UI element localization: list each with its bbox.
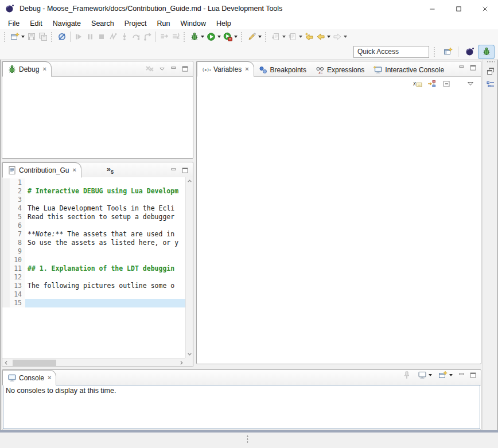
menu-edit[interactable]: Edit bbox=[25, 18, 48, 29]
step-over-button[interactable] bbox=[130, 30, 142, 44]
toolbar-grip[interactable] bbox=[265, 32, 268, 42]
forward-button[interactable] bbox=[332, 30, 348, 44]
terminate-button[interactable] bbox=[96, 30, 107, 44]
close-icon[interactable]: × bbox=[48, 375, 51, 381]
save-button[interactable] bbox=[26, 30, 37, 44]
show-logical-structure-button[interactable] bbox=[427, 79, 437, 88]
save-all-button[interactable] bbox=[37, 30, 49, 44]
quick-access-input[interactable] bbox=[353, 46, 429, 58]
editor-line-15[interactable]: 15 bbox=[2, 299, 185, 307]
tab-debug[interactable]: Debug × bbox=[2, 61, 52, 77]
code-area[interactable]: 12# Interactive DEBUG using Lua Developm… bbox=[2, 177, 185, 358]
skip-all-breakpoints-button[interactable] bbox=[56, 30, 68, 44]
pin-console-button[interactable] bbox=[401, 368, 413, 382]
tab-console[interactable]: Console × bbox=[2, 370, 56, 385]
code-text[interactable] bbox=[25, 256, 185, 264]
close-icon[interactable]: × bbox=[245, 66, 248, 72]
maximize-view-button[interactable] bbox=[469, 372, 477, 379]
remove-terminated-button[interactable] bbox=[145, 64, 154, 73]
close-icon[interactable]: × bbox=[72, 167, 76, 173]
tab-expressions[interactable]: x=Expressions bbox=[311, 63, 369, 77]
code-text[interactable] bbox=[25, 247, 185, 256]
close-icon[interactable]: × bbox=[42, 66, 46, 72]
toolbar-grip[interactable] bbox=[51, 32, 54, 42]
close-button[interactable] bbox=[472, 0, 498, 17]
view-menu-button[interactable] bbox=[466, 79, 475, 88]
code-text[interactable]: The Lua Development Tools in the Ecli bbox=[25, 204, 185, 213]
menu-help[interactable]: Help bbox=[211, 18, 236, 29]
menu-navigate[interactable]: Navigate bbox=[48, 18, 86, 29]
step-into-button[interactable] bbox=[119, 30, 130, 44]
menu-search[interactable]: Search bbox=[86, 18, 119, 29]
horizontal-scrollbar[interactable] bbox=[2, 358, 185, 367]
minimize-view-button[interactable] bbox=[170, 65, 177, 73]
show-type-names-button[interactable]: x bbox=[413, 79, 422, 88]
maximize-view-button[interactable] bbox=[469, 64, 477, 72]
tab-interactive-console[interactable]: Interactive Console bbox=[369, 63, 449, 77]
scroll-up-icon[interactable] bbox=[186, 177, 193, 185]
menu-project[interactable]: Project bbox=[119, 18, 152, 29]
drop-to-frame-button[interactable] bbox=[170, 30, 181, 44]
menu-file[interactable]: File bbox=[3, 18, 25, 29]
maximize-view-button[interactable] bbox=[181, 65, 189, 73]
suspend-button[interactable] bbox=[84, 30, 96, 44]
code-text[interactable] bbox=[25, 273, 185, 282]
editor-line-7[interactable]: 7**Note:** The assets that are used in bbox=[2, 230, 185, 239]
editor-line-3[interactable]: 3 bbox=[2, 196, 185, 204]
next-annotation-button[interactable] bbox=[270, 30, 287, 44]
status-grip[interactable] bbox=[247, 435, 248, 443]
minimize-view-button[interactable] bbox=[170, 167, 177, 174]
coverage-button[interactable] bbox=[222, 30, 239, 44]
menu-window[interactable]: Window bbox=[176, 18, 211, 29]
maximize-view-button[interactable] bbox=[181, 167, 189, 174]
open-perspective-button[interactable] bbox=[440, 45, 456, 59]
code-text[interactable]: ## 1. Explanation of the LDT debuggin bbox=[25, 264, 185, 273]
editor-line-13[interactable]: 13The following pictures outline some o bbox=[2, 282, 185, 290]
scroll-left-icon[interactable] bbox=[2, 359, 10, 367]
code-text[interactable] bbox=[25, 178, 185, 187]
code-text[interactable] bbox=[25, 221, 185, 230]
code-text[interactable]: Read this section to setup a debugger bbox=[25, 213, 185, 221]
editor-line-9[interactable]: 9 bbox=[2, 247, 185, 256]
editor-line-11[interactable]: 11## 1. Explanation of the LDT debuggin bbox=[2, 264, 185, 273]
scroll-down-icon[interactable] bbox=[186, 350, 193, 358]
toolbar-grip[interactable] bbox=[4, 32, 7, 42]
toolbar-grip[interactable] bbox=[434, 47, 437, 57]
outline-view-button[interactable] bbox=[484, 79, 497, 91]
new-button[interactable] bbox=[9, 30, 26, 44]
code-text[interactable]: **Note:** The assets that are used in bbox=[25, 230, 185, 239]
display-selected-console-button[interactable] bbox=[417, 368, 433, 382]
editor-line-6[interactable]: 6 bbox=[2, 221, 185, 230]
code-text[interactable] bbox=[25, 299, 185, 307]
open-console-button[interactable] bbox=[437, 368, 454, 382]
tab-contribution-guide[interactable]: Contribution_Gu × bbox=[2, 162, 81, 178]
editor-line-12[interactable]: 12 bbox=[2, 273, 185, 282]
minimize-view-button[interactable] bbox=[458, 372, 465, 379]
restore-view-button[interactable] bbox=[484, 65, 497, 77]
scrollbar-thumb[interactable] bbox=[13, 360, 56, 366]
toolbar-grip[interactable] bbox=[241, 32, 244, 42]
debug-perspective-button[interactable] bbox=[478, 45, 494, 59]
editor-line-4[interactable]: 4The Lua Development Tools in the Ecli bbox=[2, 204, 185, 213]
code-text[interactable] bbox=[25, 196, 185, 204]
resume-button[interactable] bbox=[73, 30, 84, 44]
use-step-filters-button[interactable] bbox=[158, 30, 170, 44]
toolbar-grip[interactable] bbox=[184, 32, 186, 42]
editor-line-1[interactable]: 1 bbox=[2, 178, 185, 187]
external-tools-button[interactable] bbox=[246, 30, 263, 44]
last-edit-location-button[interactable] bbox=[304, 30, 315, 44]
vertical-scrollbar[interactable] bbox=[185, 177, 193, 358]
editor-line-14[interactable]: 14 bbox=[2, 290, 185, 299]
code-text[interactable] bbox=[25, 290, 185, 299]
back-button[interactable] bbox=[315, 30, 332, 44]
console-content[interactable]: No consoles to display at this time. bbox=[3, 385, 480, 429]
code-text[interactable]: The following pictures outline some o bbox=[25, 282, 185, 290]
tab-breakpoints[interactable]: Breakpoints bbox=[254, 63, 311, 77]
collapse-all-button[interactable] bbox=[442, 79, 451, 88]
tab-variables[interactable]: (x)=Variables× bbox=[197, 61, 254, 77]
debug-button[interactable] bbox=[189, 30, 205, 44]
disconnect-button[interactable] bbox=[107, 30, 119, 44]
maximize-button[interactable] bbox=[445, 0, 472, 17]
minimize-button[interactable] bbox=[419, 0, 445, 17]
editor-line-10[interactable]: 10 bbox=[2, 256, 185, 264]
